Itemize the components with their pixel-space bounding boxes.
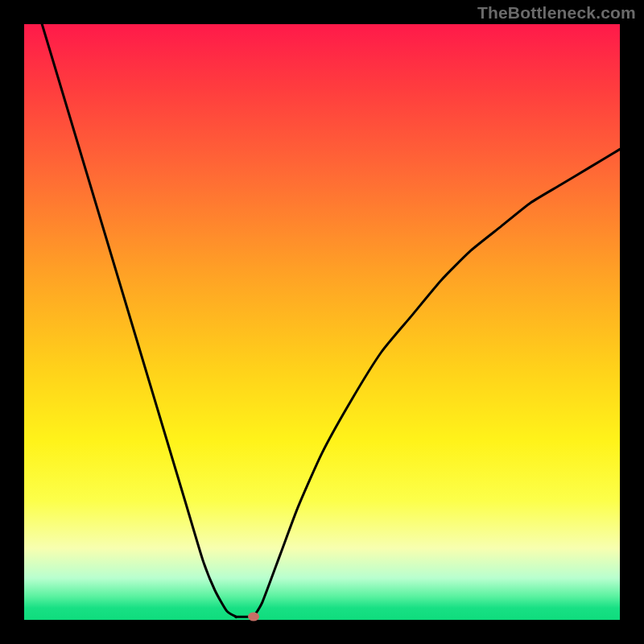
bottleneck-curve	[24, 24, 620, 620]
attribution-text: TheBottleneck.com	[477, 3, 636, 23]
optimum-marker	[248, 613, 259, 621]
chart-container: TheBottleneck.com	[0, 0, 644, 644]
plot-area	[24, 24, 620, 620]
